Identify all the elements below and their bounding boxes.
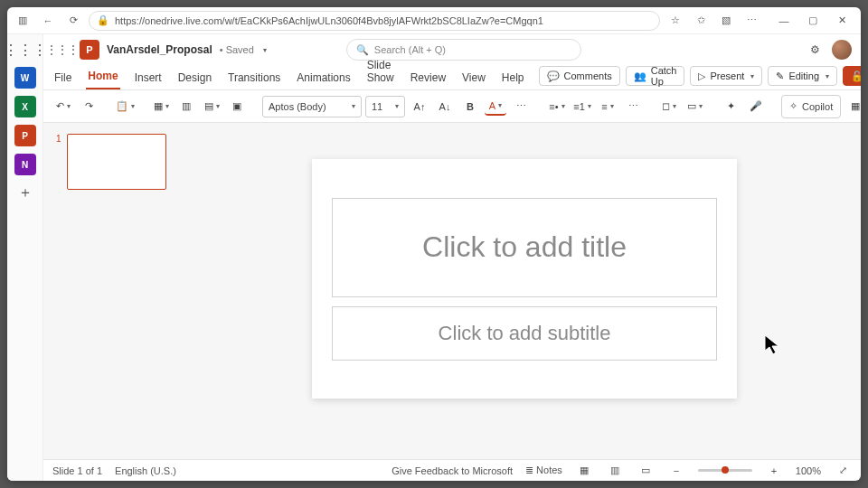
settings-icon[interactable]: ⚙ bbox=[805, 40, 825, 60]
language-status[interactable]: English (U.S.) bbox=[115, 465, 176, 476]
feedback-link[interactable]: Give Feedback to Microsoft bbox=[392, 465, 513, 476]
numbering-button[interactable]: ≡1▾ bbox=[571, 95, 593, 118]
tab-home[interactable]: Home bbox=[86, 66, 119, 89]
tab-design[interactable]: Design bbox=[176, 68, 213, 89]
zoom-slider[interactable] bbox=[698, 469, 752, 472]
zoom-in-button[interactable]: + bbox=[765, 465, 783, 476]
office-rail: ⋮⋮⋮ W X P N ＋ bbox=[7, 34, 43, 481]
close-icon[interactable]: ✕ bbox=[828, 11, 855, 31]
address-bar[interactable]: 🔒 https://onedrive.live.com/w/t/EaCKkPs6… bbox=[89, 11, 660, 31]
app-launcher-icon[interactable]: ⋮⋮⋮ bbox=[52, 40, 72, 60]
subtitle-placeholder[interactable]: Click to add subtitle bbox=[332, 306, 717, 361]
catchup-button[interactable]: 👥 Catch Up bbox=[626, 66, 685, 86]
document-name[interactable]: VanArsdel_Proposal bbox=[107, 43, 212, 56]
url-text: https://onedrive.live.com/w/t/EaCKkPs6Ac… bbox=[115, 15, 543, 26]
tab-help[interactable]: Help bbox=[500, 68, 526, 89]
font-family-select[interactable]: Aptos (Body)▾ bbox=[262, 96, 362, 117]
tab-view[interactable]: View bbox=[460, 68, 487, 89]
addins-button[interactable]: ▦ bbox=[844, 95, 861, 118]
title-placeholder[interactable]: Click to add title bbox=[332, 198, 717, 297]
save-status: • Saved bbox=[220, 44, 254, 55]
share-button[interactable]: 🔓 Share▾ bbox=[843, 66, 861, 86]
tab-slideshow[interactable]: Slide Show bbox=[365, 55, 396, 89]
new-slide-button[interactable]: ▦▾ bbox=[150, 95, 172, 118]
favorite-icon[interactable]: ✩ bbox=[691, 11, 711, 31]
notes-button[interactable]: ≣ Notes bbox=[525, 465, 562, 476]
home-toolbar: ↶▾ ↷ 📋▾ ▦▾ ▥ ▤▾ ▣ Aptos (Body)▾ 11▾ A↑ A… bbox=[43, 90, 861, 123]
undo-button[interactable]: ↶▾ bbox=[52, 95, 74, 118]
thumb-number: 1 bbox=[56, 134, 61, 190]
normal-view-icon[interactable]: ▦ bbox=[575, 465, 593, 476]
onenote-app-icon[interactable]: N bbox=[14, 154, 36, 175]
app-header: ⋮⋮⋮ P VanArsdel_Proposal • Saved ▾ 🔍 Sea… bbox=[43, 34, 861, 65]
reset-button[interactable]: ▤▾ bbox=[201, 95, 222, 118]
add-app-icon[interactable]: ＋ bbox=[15, 183, 35, 202]
align-button[interactable]: ≡▾ bbox=[597, 95, 618, 118]
thumbnail-1[interactable]: 1 bbox=[56, 134, 175, 190]
paste-button[interactable]: 📋▾ bbox=[114, 95, 136, 118]
refresh-icon[interactable]: ⟳ bbox=[63, 11, 83, 31]
window-controls: — ▢ ✕ bbox=[770, 11, 855, 31]
dictate-button[interactable]: 🎤 bbox=[745, 95, 767, 118]
ribbon-right: 💬 Comments 👥 Catch Up ▷ Present▾ ✎ Editi… bbox=[539, 66, 861, 89]
increase-font-button[interactable]: A↑ bbox=[409, 95, 430, 118]
layout-button[interactable]: ▥ bbox=[175, 95, 197, 118]
body-row: ⋮⋮⋮ W X P N ＋ ⋮⋮⋮ P VanArsdel_Proposal •… bbox=[7, 34, 861, 481]
workspace: 1 Click to add title Click to add subtit… bbox=[43, 123, 861, 459]
status-bar: Slide 1 of 1 English (U.S.) Give Feedbac… bbox=[43, 459, 861, 481]
account-avatar[interactable] bbox=[832, 40, 852, 60]
section-button[interactable]: ▣ bbox=[226, 95, 248, 118]
collections-icon[interactable]: ▧ bbox=[716, 11, 736, 31]
tab-insert[interactable]: Insert bbox=[133, 68, 164, 89]
zoom-level[interactable]: 100% bbox=[796, 465, 821, 476]
back-icon[interactable]: ← bbox=[38, 11, 58, 31]
doc-menu-chevron-icon[interactable]: ▾ bbox=[263, 46, 267, 54]
font-color-button[interactable]: A▾ bbox=[485, 98, 506, 116]
more-para-button[interactable]: ⋯ bbox=[622, 95, 644, 118]
tab-animations[interactable]: Animations bbox=[295, 68, 352, 89]
app-pane: ⋮⋮⋮ P VanArsdel_Proposal • Saved ▾ 🔍 Sea… bbox=[43, 34, 861, 481]
tab-icon[interactable]: ▥ bbox=[13, 11, 33, 31]
canvas-area[interactable]: Click to add title Click to add subtitle bbox=[188, 123, 861, 459]
decrease-font-button[interactable]: A↓ bbox=[434, 95, 456, 118]
thumb-preview bbox=[67, 134, 166, 190]
slide-thumbnails: 1 bbox=[43, 123, 188, 459]
font-size-select[interactable]: 11▾ bbox=[365, 96, 405, 117]
search-icon: 🔍 bbox=[356, 44, 369, 56]
bold-button[interactable]: B bbox=[459, 95, 481, 118]
tab-review[interactable]: Review bbox=[409, 68, 448, 89]
waffle-icon[interactable]: ⋮⋮⋮ bbox=[15, 40, 35, 60]
more-font-button[interactable]: ⋯ bbox=[510, 95, 532, 118]
tab-file[interactable]: File bbox=[52, 68, 73, 89]
excel-app-icon[interactable]: X bbox=[14, 96, 36, 117]
copilot-icon: ✧ bbox=[789, 100, 797, 112]
powerpoint-logo-icon: P bbox=[80, 40, 99, 60]
redo-button[interactable]: ↷ bbox=[78, 95, 99, 118]
maximize-icon[interactable]: ▢ bbox=[799, 11, 826, 31]
app-window: ▥ ← ⟳ 🔒 https://onedrive.live.com/w/t/Ea… bbox=[7, 7, 861, 481]
copilot-button[interactable]: ✧ Copilot bbox=[781, 95, 841, 118]
present-button[interactable]: ▷ Present▾ bbox=[690, 66, 762, 86]
read-aloud-icon[interactable]: ☆ bbox=[665, 11, 685, 31]
sorter-view-icon[interactable]: ▥ bbox=[606, 465, 624, 476]
editing-button[interactable]: ✎ Editing▾ bbox=[768, 66, 837, 86]
arrange-button[interactable]: ▭▾ bbox=[684, 95, 705, 118]
word-app-icon[interactable]: W bbox=[14, 67, 36, 89]
browser-menu-icon[interactable]: ⋯ bbox=[741, 11, 761, 31]
search-placeholder: Search (Alt + Q) bbox=[374, 44, 446, 55]
slide-counter[interactable]: Slide 1 of 1 bbox=[52, 465, 102, 476]
ribbon-tabs: File Home Insert Design Transitions Anim… bbox=[43, 65, 861, 90]
powerpoint-app-icon[interactable]: P bbox=[14, 125, 36, 146]
browser-titlebar: ▥ ← ⟳ 🔒 https://onedrive.live.com/w/t/Ea… bbox=[7, 7, 861, 34]
reading-view-icon[interactable]: ▭ bbox=[637, 465, 655, 476]
shapes-button[interactable]: ◻▾ bbox=[658, 95, 680, 118]
zoom-out-button[interactable]: − bbox=[667, 465, 685, 476]
minimize-icon[interactable]: — bbox=[770, 11, 797, 31]
fit-window-icon[interactable]: ⤢ bbox=[834, 465, 852, 476]
designer-button[interactable]: ✦ bbox=[720, 95, 741, 118]
comments-button[interactable]: 💬 Comments bbox=[539, 66, 620, 86]
tab-transitions[interactable]: Transitions bbox=[226, 68, 282, 89]
slide-canvas[interactable]: Click to add title Click to add subtitle bbox=[312, 159, 737, 399]
bullets-button[interactable]: ≡•▾ bbox=[546, 95, 568, 118]
lock-icon: 🔒 bbox=[97, 14, 109, 26]
